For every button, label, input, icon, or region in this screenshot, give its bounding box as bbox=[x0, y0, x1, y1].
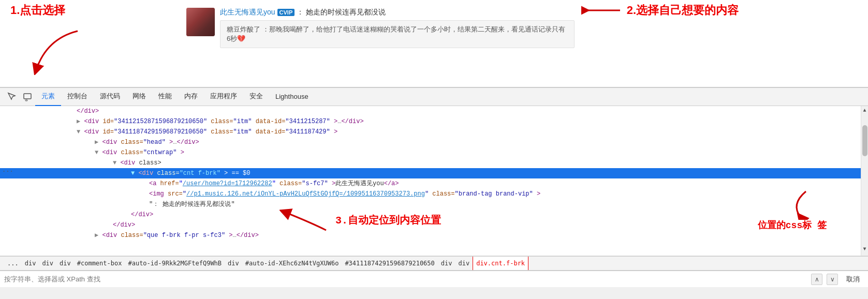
svg-rect-4 bbox=[25, 100, 27, 101]
dom-line-10-content: "： 她走的时候连再见都没说" bbox=[4, 199, 235, 210]
vip-badge: CVIP bbox=[277, 9, 295, 16]
search-next-button[interactable]: ∨ bbox=[827, 274, 838, 285]
dom-line-2-content: ▶ <div id="34112152871596879210650" clas… bbox=[4, 116, 364, 127]
tab-performance[interactable]: 性能 bbox=[152, 88, 178, 106]
breadcrumb-item-div4[interactable]: div bbox=[225, 256, 242, 271]
comment-main: 此生无悔遇见you CVIP ： 她走的时候连再见都没说 糖豆炸酸了 ：那晚我喝… bbox=[220, 8, 575, 48]
breadcrumb-item-div3[interactable]: div bbox=[56, 256, 74, 271]
username-link[interactable]: 此生无悔遇见you bbox=[220, 8, 275, 17]
tag-close-1: </div> bbox=[4, 106, 99, 116]
search-input[interactable] bbox=[4, 275, 807, 283]
arrow-2-icon bbox=[581, 3, 623, 18]
arrow-1 bbox=[31, 28, 93, 75]
element-picker-icon[interactable] bbox=[4, 89, 20, 104]
breadcrumb-item-div5[interactable]: div bbox=[438, 256, 455, 271]
dom-line-13[interactable]: ▶ <div class="que f-brk f-pr s-fc3" >…</… bbox=[0, 230, 868, 241]
dom-line-5-content: ▼ <div class="cntwrap" > bbox=[4, 147, 184, 158]
breadcrumb-item-id3411[interactable]: #34111874291596879210650 bbox=[342, 256, 437, 271]
tab-elements[interactable]: 元素 bbox=[35, 88, 61, 106]
dom-line-9[interactable]: <img src="//p1.music.126.net/iOnYL-pAvH2… bbox=[0, 189, 868, 199]
dom-line-13-content: ▶ <div class="que f-brk f-pr s-fc3" >…</… bbox=[4, 230, 259, 241]
dom-line-9-content: <img src="//p1.music.126.net/iOnYL-pAvH2… bbox=[4, 189, 540, 199]
breadcrumb-item-active[interactable]: div.cnt.f-brk bbox=[473, 256, 528, 271]
breadcrumb-item-div6[interactable]: div bbox=[455, 256, 473, 271]
scrollbar-thumb[interactable] bbox=[862, 125, 867, 156]
dom-line-8-content: <a href="/user/home?id=1712962282" class… bbox=[4, 178, 399, 189]
annotation-step1: 1.点击选择 bbox=[10, 3, 65, 18]
breadcrumb-item-autoid2[interactable]: #auto-id-XEhc6zN4tVgXUW6o bbox=[242, 256, 342, 271]
search-prev-button[interactable]: ∧ bbox=[811, 274, 822, 285]
dom-line-10[interactable]: "： 她走的时候连再见都没说" bbox=[0, 199, 868, 210]
dom-line-4-content: ▶ <div class="head" >…</div> bbox=[4, 137, 199, 147]
dom-line-11-content: </div> bbox=[4, 210, 153, 220]
content-card: 此生无悔遇见you CVIP ： 她走的时候连再见都没说 糖豆炸酸了 ：那晚我喝… bbox=[186, 8, 575, 52]
dom-line-3-content: ▼ <div id="34111874291596879210650" clas… bbox=[4, 127, 337, 137]
tab-application[interactable]: 应用程序 bbox=[204, 88, 243, 106]
search-bar: ∧ ∨ 取消 bbox=[0, 271, 868, 287]
scroll-down-arrow[interactable]: ▼ bbox=[861, 245, 867, 253]
dom-area: </div> ▶ <div id="3411215287159687921065… bbox=[0, 106, 868, 256]
tab-console[interactable]: 控制台 bbox=[61, 88, 94, 106]
breadcrumb-item-div1[interactable]: div bbox=[22, 256, 39, 271]
dom-line-6-content: ▼ <div class> bbox=[4, 158, 161, 168]
svg-rect-3 bbox=[24, 94, 31, 99]
scroll-up-arrow[interactable]: ▲ bbox=[861, 106, 867, 115]
reply-text: ：那晚我喝醉了，给他打了电话迷迷糊糊的哭着说了一个多小时，结果第二天醒来，看见通… bbox=[227, 25, 565, 42]
dom-line-2[interactable]: ▶ <div id="34112152871596879210650" clas… bbox=[0, 116, 868, 127]
dom-line-4[interactable]: ▶ <div class="head" >…</div> bbox=[0, 137, 868, 147]
tab-security[interactable]: 安全 bbox=[243, 88, 269, 106]
dom-line-selected[interactable]: ▼ <div class="cnt f-brk" > == $0 bbox=[0, 168, 868, 178]
dom-dots-indicator: ··· bbox=[0, 168, 16, 175]
reply-user: 糖豆炸酸了 bbox=[227, 25, 260, 33]
dom-line-selected-content: ▼ <div class="cnt f-brk" > == $0 bbox=[4, 168, 250, 178]
annotation-step2: 2.选择自己想要的内容 bbox=[581, 3, 739, 18]
breadcrumb-item-dots[interactable]: ... bbox=[4, 256, 22, 271]
dom-line-12-content: </div> bbox=[4, 220, 135, 230]
reply-comment: 糖豆炸酸了 ：那晚我喝醉了，给他打了电话迷迷糊糊的哭着说了一个多小时，结果第二天… bbox=[220, 20, 575, 48]
preview-area: 1.点击选择 此生无悔遇见you CVIP ： 她走的时候连再见都没说 糖豆炸酸… bbox=[0, 0, 868, 88]
device-toolbar-icon[interactable] bbox=[20, 89, 35, 104]
dom-line-6[interactable]: ▼ <div class> bbox=[0, 158, 868, 168]
cancel-button[interactable]: 取消 bbox=[842, 275, 864, 284]
breadcrumb-bar: ... div div div #comment-box #auto-id-9R… bbox=[0, 256, 868, 271]
dom-line-3[interactable]: ▼ <div id="34111874291596879210650" clas… bbox=[0, 127, 868, 137]
comment-text: ： 她走的时候连再见都没说 bbox=[297, 8, 386, 17]
scrollbar[interactable]: ▲ ▼ bbox=[861, 106, 868, 256]
dom-line-12[interactable]: </div> bbox=[0, 220, 868, 230]
dom-line-11[interactable]: </div> bbox=[0, 210, 868, 220]
breadcrumb-item-comment-box[interactable]: #comment-box bbox=[74, 256, 125, 271]
tab-network[interactable]: 网络 bbox=[126, 88, 152, 106]
tab-memory[interactable]: 内存 bbox=[178, 88, 204, 106]
breadcrumb-item-autoid1[interactable]: #auto-id-9Rkk2MGFtefQ9WhB bbox=[125, 256, 225, 271]
tab-sources[interactable]: 源代码 bbox=[94, 88, 126, 106]
avatar bbox=[186, 8, 215, 36]
dom-line-5[interactable]: ▼ <div class="cntwrap" > bbox=[0, 147, 868, 158]
breadcrumb-item-div2[interactable]: div bbox=[39, 256, 56, 271]
dom-line-8[interactable]: <a href="/user/home?id=1712962282" class… bbox=[0, 178, 868, 189]
tab-lighthouse[interactable]: Lighthouse bbox=[269, 88, 315, 106]
dom-line-1[interactable]: </div> bbox=[0, 106, 868, 116]
devtools-toolbar: 元素 控制台 源代码 网络 性能 内存 应用程序 安全 Lighthouse bbox=[0, 88, 868, 106]
